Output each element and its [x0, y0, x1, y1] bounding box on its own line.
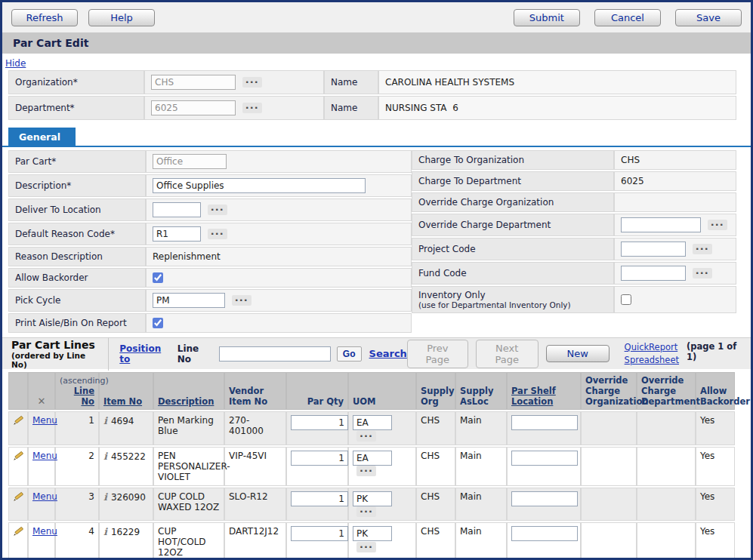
- reason-description-value: Replenishment: [146, 247, 412, 266]
- row-menu-link[interactable]: Menu: [32, 415, 57, 426]
- department-lookup-icon[interactable]: ...: [242, 103, 262, 113]
- allow-backorder-checkbox[interactable]: [153, 272, 163, 283]
- par-cart-lines-title: Par Cart Lines: [11, 339, 100, 351]
- par-qty-input[interactable]: [291, 491, 348, 506]
- charge-to-organization-row: Charge To Organization CHS: [412, 150, 736, 170]
- column-header-supply-org: Supply Org: [416, 372, 455, 410]
- hide-row: Hide: [2, 54, 751, 69]
- print-aisle-bin-checkbox[interactable]: [153, 318, 163, 328]
- column-header-line-no[interactable]: Line No: [74, 386, 94, 407]
- table-row: Menu 1 i4694 Pen Marking Blue 270-401000…: [8, 411, 735, 445]
- pick-cycle-lookup-icon[interactable]: ...: [232, 295, 252, 306]
- row-menu-link[interactable]: Menu: [32, 451, 57, 461]
- tab-general[interactable]: General: [8, 128, 76, 147]
- column-header-par-shelf-location[interactable]: Par Shelf Location: [511, 386, 556, 407]
- spreadsheet-link[interactable]: Spreadsheet: [625, 354, 679, 367]
- uom-lookup-icon[interactable]: ...: [356, 431, 376, 442]
- par-shelf-location-input[interactable]: [511, 415, 578, 430]
- organization-input[interactable]: [151, 75, 236, 90]
- clear-selection-icon[interactable]: ✕: [38, 395, 46, 407]
- general-form: Par Cart* Description* Deliver To Locati…: [8, 149, 736, 334]
- pick-cycle-input[interactable]: [153, 293, 225, 308]
- uom-lookup-icon[interactable]: ...: [356, 506, 376, 517]
- save-button[interactable]: Save: [675, 9, 742, 26]
- edit-pencil-icon[interactable]: [13, 451, 23, 463]
- new-line-button[interactable]: New: [546, 345, 609, 362]
- override-charge-department-lookup-icon[interactable]: ...: [708, 220, 727, 230]
- cancel-button[interactable]: Cancel: [594, 9, 661, 26]
- par-shelf-location-input[interactable]: [511, 526, 578, 541]
- cell-supply-org: CHS: [416, 411, 455, 445]
- deliver-to-location-row: Deliver To Location ...: [8, 198, 412, 221]
- item-info-icon[interactable]: i: [103, 415, 107, 426]
- edit-pencil-icon[interactable]: [13, 526, 23, 539]
- item-info-icon[interactable]: i: [103, 526, 107, 537]
- default-reason-code-row: Default Reason Code* ...: [8, 223, 412, 245]
- edit-pencil-icon[interactable]: [13, 415, 23, 428]
- organization-row: Organization* ... Name CAROLINA HEALTH S…: [8, 70, 736, 94]
- next-page-button[interactable]: Next Page: [476, 340, 539, 368]
- project-code-input[interactable]: [621, 242, 686, 257]
- department-input[interactable]: [151, 100, 236, 115]
- cell-allow-backorder: Yes: [696, 522, 735, 560]
- pick-cycle-row: Pick Cycle ...: [8, 289, 412, 312]
- inventory-only-row: Inventory Only (use for Departmental Inv…: [412, 286, 736, 313]
- cell-override-charge-organization: [581, 522, 637, 560]
- description-input[interactable]: [153, 178, 366, 193]
- organization-lookup-icon[interactable]: ...: [242, 77, 262, 88]
- inventory-only-checkbox[interactable]: [621, 294, 631, 305]
- uom-lookup-icon[interactable]: ...: [356, 466, 376, 476]
- fund-code-lookup-icon[interactable]: ...: [693, 268, 712, 278]
- project-code-lookup-icon[interactable]: ...: [693, 244, 712, 254]
- submit-button[interactable]: Submit: [514, 9, 580, 26]
- cell-override-charge-department: [637, 411, 696, 445]
- override-charge-department-input[interactable]: [621, 217, 701, 232]
- edit-pencil-icon[interactable]: [13, 491, 23, 504]
- par-qty-input[interactable]: [291, 451, 348, 466]
- par-cart-input[interactable]: [153, 154, 227, 169]
- organization-name-label: Name: [324, 70, 378, 94]
- cell-description: Pen Marking Blue: [153, 411, 224, 445]
- allow-backorder-label: Allow Backorder: [8, 268, 146, 288]
- par-shelf-location-input[interactable]: [511, 451, 578, 466]
- par-qty-input[interactable]: [291, 526, 348, 541]
- cell-line-no: 1: [55, 411, 99, 445]
- row-menu-link[interactable]: Menu: [32, 526, 57, 537]
- charge-to-organization-value: CHS: [614, 150, 736, 170]
- hide-link[interactable]: Hide: [5, 58, 26, 69]
- deliver-to-location-label: Deliver To Location: [8, 198, 146, 221]
- column-header-description[interactable]: Description: [158, 396, 214, 407]
- go-button[interactable]: Go: [337, 346, 362, 362]
- search-link[interactable]: Search: [369, 348, 407, 359]
- position-to-link[interactable]: Position to: [119, 343, 172, 365]
- cell-description: CUP COLD WAXED 12OZ: [153, 488, 224, 522]
- par-cart-lines-subtitle: (ordered by Line No): [11, 351, 100, 369]
- par-shelf-location-input[interactable]: [511, 491, 578, 506]
- department-label: Department*: [8, 96, 144, 120]
- quickreport-link[interactable]: QuickReport: [625, 341, 679, 354]
- table-row: Menu 3 i326090 CUP COLD WAXED 12OZ SLO-R…: [8, 488, 735, 522]
- default-reason-code-lookup-icon[interactable]: ...: [208, 229, 227, 239]
- pager-group: Prev Page Next Page New QuickReport Spre…: [407, 340, 745, 368]
- cell-override-charge-organization: [581, 411, 637, 445]
- organization-label: Organization*: [8, 70, 144, 94]
- par-qty-input[interactable]: [291, 415, 348, 430]
- prev-page-button[interactable]: Prev Page: [407, 340, 468, 368]
- item-info-icon[interactable]: i: [103, 451, 107, 462]
- column-header-item-no[interactable]: Item No: [103, 396, 142, 407]
- project-code-label: Project Code: [412, 238, 614, 260]
- default-reason-code-input[interactable]: [153, 226, 201, 242]
- deliver-to-location-input[interactable]: [153, 202, 201, 217]
- cell-supply-asloc: Main: [455, 447, 507, 486]
- help-button[interactable]: Help: [88, 9, 155, 26]
- deliver-to-location-lookup-icon[interactable]: ...: [208, 205, 227, 215]
- position-to-line-no-input[interactable]: [219, 346, 331, 362]
- cell-line-no: 3: [55, 488, 99, 522]
- fund-code-input[interactable]: [621, 266, 686, 281]
- refresh-button[interactable]: Refresh: [11, 9, 78, 26]
- charge-to-department-label: Charge To Department: [412, 171, 614, 191]
- row-menu-link[interactable]: Menu: [32, 491, 57, 502]
- override-charge-department-row: Override Charge Department ...: [412, 214, 736, 236]
- item-info-icon[interactable]: i: [103, 491, 107, 503]
- uom-lookup-icon[interactable]: ...: [356, 542, 376, 552]
